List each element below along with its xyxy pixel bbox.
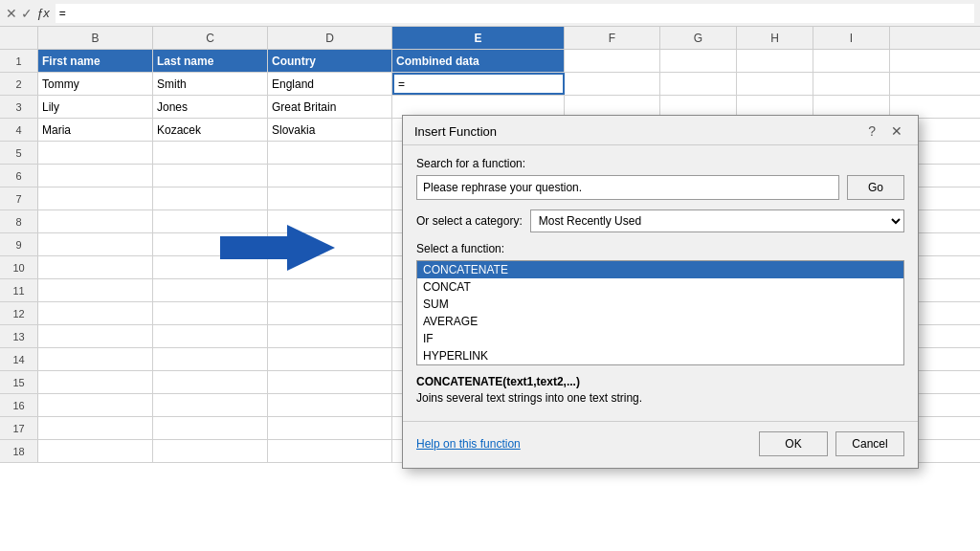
cell-b9[interactable] xyxy=(38,233,153,255)
footer-buttons: OK Cancel xyxy=(759,431,904,456)
cell-d3[interactable]: Great Britain xyxy=(268,96,392,118)
cell-c3[interactable]: Jones xyxy=(153,96,268,118)
cell-g2[interactable] xyxy=(660,73,737,95)
cell-i2[interactable] xyxy=(813,73,890,95)
cell-b14[interactable] xyxy=(38,348,153,370)
col-header-d[interactable]: D xyxy=(268,27,392,49)
col-header-f[interactable]: F xyxy=(565,27,660,49)
search-input[interactable] xyxy=(416,175,839,200)
cell-c13[interactable] xyxy=(153,325,268,347)
function-description: Joins several text strings into one text… xyxy=(416,391,904,405)
cell-e2[interactable]: = xyxy=(392,73,565,95)
row-number: 6 xyxy=(0,165,38,187)
row-number: 5 xyxy=(0,142,38,164)
function-list-item[interactable]: CONCATENATE xyxy=(417,261,903,278)
row-num-header xyxy=(0,27,38,49)
function-list-item[interactable]: IF xyxy=(417,330,903,347)
cell-c14[interactable] xyxy=(153,348,268,370)
cell-c17[interactable] xyxy=(153,417,268,439)
cell-b5[interactable] xyxy=(38,142,153,164)
cell-c12[interactable] xyxy=(153,302,268,324)
help-link[interactable]: Help on this function xyxy=(416,437,521,451)
cell-i1[interactable] xyxy=(813,50,890,72)
cell-d17[interactable] xyxy=(268,417,392,439)
cell-b17[interactable] xyxy=(38,417,153,439)
cell-b13[interactable] xyxy=(38,325,153,347)
close-button[interactable]: ✕ xyxy=(887,123,906,139)
cell-c8[interactable] xyxy=(153,210,268,232)
cell-d13[interactable] xyxy=(268,325,392,347)
col-header-e[interactable]: E xyxy=(392,27,565,49)
cell-h1[interactable] xyxy=(737,50,813,72)
function-list-item[interactable]: CONCAT xyxy=(417,278,903,296)
cell-c5[interactable] xyxy=(153,142,268,164)
cell-b2[interactable]: Tommy xyxy=(38,73,153,95)
col-header-h[interactable]: H xyxy=(737,27,813,49)
help-button[interactable]: ? xyxy=(864,123,880,139)
row-number: 8 xyxy=(0,210,38,232)
cell-g1[interactable] xyxy=(660,50,737,72)
function-list[interactable]: CONCATENATECONCATSUMAVERAGEIFHYPERLINKCO… xyxy=(416,260,904,365)
arrow-icon xyxy=(287,225,402,271)
cell-b7[interactable] xyxy=(38,187,153,209)
dialog-controls: ? ✕ xyxy=(864,123,906,139)
cell-b8[interactable] xyxy=(38,210,153,232)
cell-h2[interactable] xyxy=(737,73,813,95)
cell-f1[interactable] xyxy=(565,50,660,72)
column-headers: B C D E F G H I xyxy=(0,27,980,50)
function-list-item[interactable]: AVERAGE xyxy=(417,313,903,330)
confirm-icon[interactable]: ✓ xyxy=(21,6,33,21)
col-header-c[interactable]: C xyxy=(153,27,268,49)
cell-c2[interactable]: Smith xyxy=(153,73,268,95)
cell-c15[interactable] xyxy=(153,371,268,393)
function-list-item[interactable]: SUM xyxy=(417,296,903,313)
cancel-button[interactable]: Cancel xyxy=(835,431,904,456)
cell-d14[interactable] xyxy=(268,348,392,370)
col-header-i[interactable]: I xyxy=(813,27,890,49)
cell-b12[interactable] xyxy=(38,302,153,324)
cell-c4[interactable]: Kozacek xyxy=(153,119,268,141)
cell-b10[interactable] xyxy=(38,256,153,278)
cell-d7[interactable] xyxy=(268,187,392,209)
cell-c18[interactable] xyxy=(153,440,268,462)
cell-d15[interactable] xyxy=(268,371,392,393)
cell-d12[interactable] xyxy=(268,302,392,324)
cell-b18[interactable] xyxy=(38,440,153,462)
cancel-icon[interactable]: ✕ xyxy=(6,6,17,21)
go-button[interactable]: Go xyxy=(847,175,904,200)
cell-d18[interactable] xyxy=(268,440,392,462)
col-header-b[interactable]: B xyxy=(38,27,153,49)
cell-b1[interactable]: First name xyxy=(38,50,153,72)
cell-c7[interactable] xyxy=(153,187,268,209)
search-row: Go xyxy=(416,175,904,200)
cell-d2[interactable]: England xyxy=(268,73,392,95)
formula-bar: ✕ ✓ ƒx xyxy=(0,0,980,27)
cell-c6[interactable] xyxy=(153,165,268,187)
cell-b15[interactable] xyxy=(38,371,153,393)
function-list-item[interactable]: COUNT xyxy=(417,364,903,365)
function-list-item[interactable]: HYPERLINK xyxy=(417,347,903,364)
cell-d6[interactable] xyxy=(268,165,392,187)
col-header-g[interactable]: G xyxy=(660,27,737,49)
ok-button[interactable]: OK xyxy=(759,431,828,456)
cell-c10[interactable] xyxy=(153,256,268,278)
cell-c16[interactable] xyxy=(153,394,268,416)
cell-d4[interactable]: Slovakia xyxy=(268,119,392,141)
cell-b11[interactable] xyxy=(38,279,153,301)
category-label: Or select a category: xyxy=(416,214,523,228)
cell-d1[interactable]: Country xyxy=(268,50,392,72)
cell-b16[interactable] xyxy=(38,394,153,416)
cell-b4[interactable]: Maria xyxy=(38,119,153,141)
function-icon[interactable]: ƒx xyxy=(36,6,50,21)
cell-e1[interactable]: Combined data xyxy=(392,50,565,72)
cell-c11[interactable] xyxy=(153,279,268,301)
formula-input[interactable] xyxy=(56,4,974,23)
cell-b6[interactable] xyxy=(38,165,153,187)
category-select[interactable]: Most Recently Used xyxy=(530,209,904,232)
cell-b3[interactable]: Lily xyxy=(38,96,153,118)
cell-d16[interactable] xyxy=(268,394,392,416)
cell-c1[interactable]: Last name xyxy=(153,50,268,72)
cell-d11[interactable] xyxy=(268,279,392,301)
cell-f2[interactable] xyxy=(565,73,660,95)
cell-d5[interactable] xyxy=(268,142,392,164)
